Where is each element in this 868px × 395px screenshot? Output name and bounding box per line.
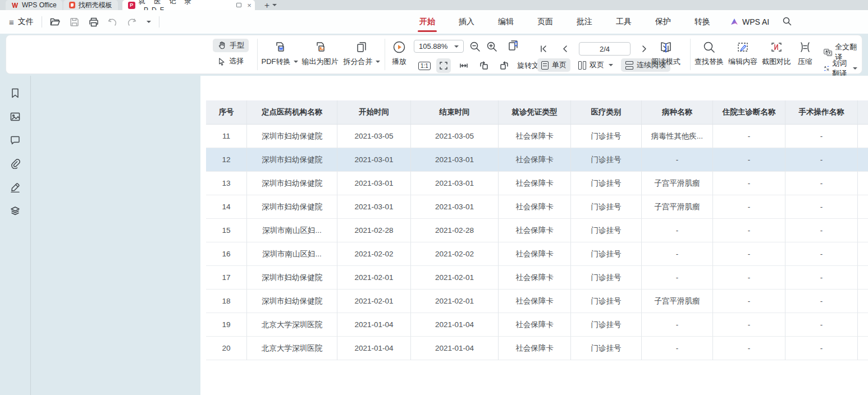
table-cell: 2021-02-01 (337, 266, 411, 290)
table-cell (858, 148, 868, 172)
menu-search-icon[interactable] (777, 17, 797, 27)
menu-item-home[interactable]: 开始 (408, 10, 447, 34)
fit-page-button[interactable] (436, 58, 451, 73)
table-cell: 深圳市妇幼保健院 (247, 125, 337, 148)
table-cell: 16 (206, 242, 247, 266)
hand-tool-button[interactable]: 手型 (213, 39, 249, 52)
table-cell: 2021-03-01 (337, 195, 411, 219)
single-page-button[interactable]: 单页 (537, 58, 570, 72)
table-cell: 20 (206, 337, 247, 360)
menu-item-protect[interactable]: 保护 (643, 10, 683, 34)
bookmark-icon[interactable] (9, 87, 21, 99)
compress-icon (798, 40, 812, 54)
compress-button[interactable]: 压缩 (792, 40, 818, 67)
table-cell: - (713, 313, 785, 337)
tab-restore-icon[interactable] (236, 3, 241, 7)
table-cell: - (642, 266, 713, 290)
single-page-label: 单页 (552, 60, 567, 70)
table-cell: 社会保障卡 (499, 219, 571, 242)
actual-size-button[interactable]: 1:1 (418, 62, 431, 70)
file-menu[interactable]: ≡ 文件 (9, 17, 34, 27)
play-button[interactable]: 播放 (388, 40, 410, 67)
table-cell: 社会保障卡 (499, 337, 571, 360)
menu-item-tools[interactable]: 工具 (604, 10, 643, 34)
file-menu-label: 文件 (18, 17, 34, 27)
table-cell: 2021-03-01 (337, 148, 411, 172)
new-tab-button[interactable]: ＋ (263, 0, 271, 11)
table-cell: 门诊挂号 (571, 125, 642, 148)
table-cell: - (785, 172, 858, 195)
redo-icon[interactable] (126, 16, 138, 27)
tab-wps-office[interactable]: WPS Office (6, 0, 62, 10)
select-tool-button[interactable]: 选择 (213, 54, 249, 68)
zoom-level-dropdown[interactable]: 105.88% (414, 40, 464, 53)
table-cell: 2021-01-04 (411, 313, 499, 337)
menu-item-insert[interactable]: 插入 (447, 10, 486, 34)
page-number-input[interactable]: 2/4 (579, 42, 631, 56)
table-cell: 社会保障卡 (499, 266, 571, 290)
table-cell: 子宫平滑肌瘤 (642, 172, 713, 195)
table-cell: 2021-02-01 (411, 266, 499, 290)
menu-item-page[interactable]: 页面 (526, 10, 565, 34)
tab-active-document[interactable]: P 就 医 记 录 .PDF × (122, 0, 255, 10)
table-cell: 14 (206, 195, 247, 219)
comment-icon[interactable] (9, 134, 21, 146)
menu-item-convert[interactable]: 转换 (683, 10, 722, 34)
double-page-icon (578, 61, 586, 70)
pdf-convert-button[interactable]: PDF转换 (260, 40, 299, 67)
table-cell: 2021-02-02 (411, 242, 499, 266)
table-cell: 深圳市妇幼保健院 (247, 148, 337, 172)
hand-tool-label: 手型 (230, 40, 244, 50)
divider (159, 16, 159, 27)
table-cell: 社会保障卡 (499, 242, 571, 266)
screenshot-compare-button[interactable]: 截图对比 (760, 40, 793, 67)
menu-item-edit[interactable]: 编辑 (486, 10, 526, 34)
table-cell: - (713, 148, 785, 172)
thumbnail-icon[interactable] (9, 111, 21, 123)
divider (257, 39, 258, 70)
fit-width-button[interactable] (456, 58, 471, 73)
find-replace-button[interactable]: 查找替换 (692, 40, 726, 67)
rotate-right-icon[interactable] (497, 58, 511, 73)
divider (42, 16, 42, 27)
prev-page-icon[interactable] (558, 42, 572, 56)
undo-icon[interactable] (107, 16, 118, 27)
tab-docer-templates[interactable]: 找稻壳模板 (63, 0, 118, 10)
more-actions-chevron-icon[interactable] (147, 21, 151, 23)
layers-icon[interactable] (9, 205, 21, 217)
export-image-button[interactable]: 输出为图片 (299, 40, 341, 67)
rotate-left-icon[interactable] (477, 58, 491, 73)
rotate-pages-icon[interactable] (506, 39, 520, 53)
table-cell: - (785, 195, 858, 219)
first-page-icon[interactable] (536, 42, 551, 56)
menu-items: 开始 插入 编辑 页面 批注 工具 保护 转换 WPS AI (408, 10, 797, 34)
table-cell (858, 242, 868, 266)
table-cell: - (713, 172, 785, 195)
divider (690, 39, 691, 70)
open-file-icon[interactable] (50, 16, 61, 27)
attachment-icon[interactable] (9, 158, 21, 170)
tab-close-icon[interactable]: × (247, 2, 252, 9)
menu-item-comment[interactable]: 批注 (565, 10, 604, 34)
menu-item-wps-ai[interactable]: WPS AI (722, 17, 777, 26)
zoom-in-icon[interactable] (485, 39, 499, 54)
table-row: 13深圳市妇幼保健院2021-03-012021-03-01社会保障卡门诊挂号子… (206, 172, 868, 195)
wps-ai-icon (730, 18, 739, 26)
save-icon[interactable] (69, 16, 80, 27)
zoom-out-icon[interactable] (468, 39, 482, 54)
tab-list-chevron-icon[interactable] (272, 4, 277, 6)
table-cell: 15 (206, 219, 247, 242)
signature-icon[interactable] (9, 181, 21, 194)
read-mode-button[interactable]: 阅读模式 (650, 40, 682, 67)
edit-content-button[interactable]: 编辑内容 (726, 40, 760, 67)
column-header: 病种名称 (642, 100, 713, 125)
table-cell: - (785, 125, 858, 148)
table-row: 11深圳市妇幼保健院2021-03-052021-03-05社会保障卡门诊挂号病… (206, 125, 868, 148)
print-icon[interactable] (88, 16, 99, 27)
table-cell: 2021-03-05 (337, 125, 411, 148)
table-cell: - (785, 266, 858, 290)
double-page-button[interactable]: 双页 (575, 58, 616, 72)
table-cell: - (785, 337, 858, 360)
table-cell: 北京大学深圳医院 (247, 313, 337, 337)
split-merge-button[interactable]: 拆分合并 (341, 40, 382, 67)
